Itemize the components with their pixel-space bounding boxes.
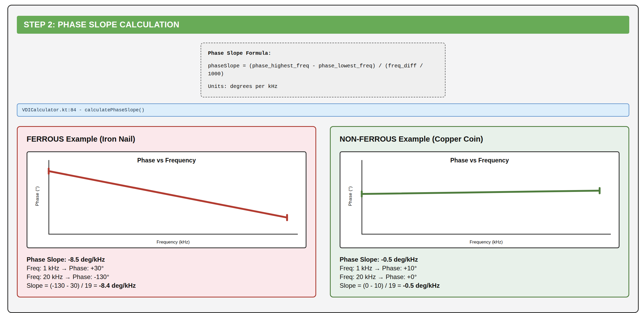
formula-box: Phase Slope Formula: phaseSlope = (phase… [201, 43, 445, 97]
nonferrous-panel: NON-FERROUS Example (Copper Coin) Phase … [330, 126, 629, 297]
slope-calc-result: -8.4 deg/kHz [99, 282, 136, 289]
ferrous-panel: FERROUS Example (Iron Nail) Phase vs Fre… [17, 126, 316, 297]
nonferrous-chart-card: Phase vs Frequency Phase (°) Frequency (… [340, 151, 620, 248]
nonferrous-stats: Phase Slope: -0.5 deg/kHz Freq: 1 kHz → … [340, 255, 620, 290]
x-axis-line [48, 234, 298, 235]
slope-calc-result: -0.5 deg/kHz [403, 282, 440, 289]
freq-phase-point-1: Freq: 1 kHz → Phase: +10° [340, 264, 620, 272]
page-frame: STEP 2: PHASE SLOPE CALCULATION Phase Sl… [7, 5, 639, 313]
example-panels-row: FERROUS Example (Iron Nail) Phase vs Fre… [17, 126, 629, 297]
phase-slope-value: Phase Slope: -0.5 deg/kHz [340, 255, 620, 264]
step-header: STEP 2: PHASE SLOPE CALCULATION [17, 16, 629, 34]
ferrous-stats: Phase Slope: -8.5 deg/kHz Freq: 1 kHz → … [27, 255, 306, 290]
code-reference-text: VDICalculator.kt:84 - calculatePhaseSlop… [22, 107, 144, 113]
ferrous-phase-line-plot [49, 160, 298, 234]
code-reference-bar: VDICalculator.kt:84 - calculatePhaseSlop… [17, 103, 629, 117]
y-axis-label: Phase (°) [348, 186, 353, 206]
step-header-title: STEP 2: PHASE SLOPE CALCULATION [24, 20, 179, 29]
ferrous-panel-title: FERROUS Example (Iron Nail) [27, 135, 306, 143]
y-axis-label: Phase (°) [35, 186, 40, 206]
ferrous-chart-card: Phase vs Frequency Phase (°) Frequency (… [27, 151, 306, 248]
formula-expression: phaseSlope = (phase_highest_freq - phase… [208, 62, 438, 78]
freq-phase-point-1: Freq: 1 kHz → Phase: +30° [27, 264, 306, 272]
nonferrous-panel-title: NON-FERROUS Example (Copper Coin) [340, 135, 620, 143]
x-axis-line [361, 234, 611, 235]
formula-title: Phase Slope Formula: [208, 49, 438, 57]
freq-phase-point-2: Freq: 20 kHz → Phase: +0° [340, 272, 620, 281]
slope-calc-prefix: Slope = (0 - 10) / 19 = [340, 282, 403, 289]
slope-calculation: Slope = (0 - 10) / 19 = -0.5 deg/kHz [340, 281, 620, 290]
nonferrous-phase-line-plot [362, 160, 611, 234]
freq-phase-point-2: Freq: 20 kHz → Phase: -130° [27, 272, 306, 281]
formula-units: Units: degrees per kHz [208, 83, 438, 91]
x-axis-label: Frequency (kHz) [361, 240, 611, 245]
phase-slope-value: Phase Slope: -8.5 deg/kHz [27, 255, 306, 264]
x-axis-label: Frequency (kHz) [48, 240, 298, 245]
slope-calculation: Slope = (-130 - 30) / 19 = -8.4 deg/kHz [27, 281, 306, 290]
slope-calc-prefix: Slope = (-130 - 30) / 19 = [27, 282, 99, 289]
